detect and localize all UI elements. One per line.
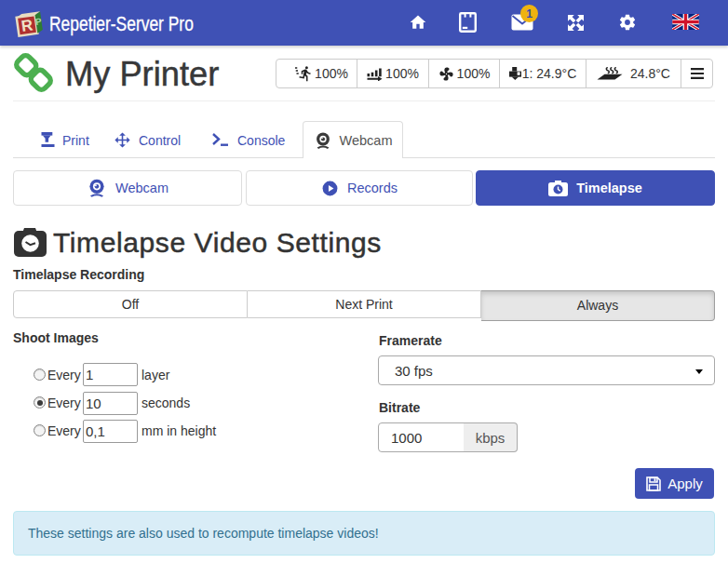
svg-text:R: R [20, 17, 34, 36]
svg-text:P: P [34, 16, 43, 27]
